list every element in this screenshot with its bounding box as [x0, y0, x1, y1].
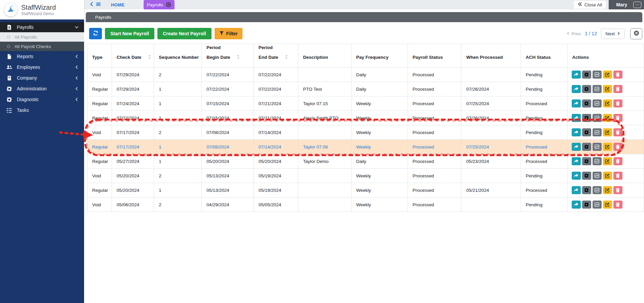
- report-chart-button[interactable]: [593, 201, 602, 209]
- settings-button[interactable]: [582, 71, 591, 79]
- forward-button[interactable]: [572, 114, 581, 122]
- column-header-type: Type: [87, 44, 112, 68]
- table-cell: 07/25/2024: [461, 140, 521, 154]
- report-chart-button[interactable]: [593, 143, 602, 151]
- edit-button[interactable]: [603, 186, 612, 194]
- column-header-period-end-date[interactable]: PeriodEnd Date: [254, 44, 298, 68]
- forward-icon: [574, 130, 578, 135]
- sidebar-item-company[interactable]: Company: [0, 73, 84, 83]
- sidebar-item-employees[interactable]: Employees: [0, 62, 84, 73]
- trash-icon: [615, 188, 620, 192]
- settings-button[interactable]: [582, 128, 591, 136]
- delete-button[interactable]: [613, 114, 622, 122]
- edit-button[interactable]: [603, 201, 612, 209]
- hamburger-menu-icon[interactable]: [96, 2, 101, 8]
- refresh-button[interactable]: [89, 28, 102, 39]
- table-cell: [298, 68, 351, 82]
- pagination: Prev 1 / 12 Next: [566, 28, 642, 39]
- edit-button[interactable]: [603, 114, 612, 122]
- sidebar-item-tasks[interactable]: Tasks: [0, 105, 84, 116]
- edit-button[interactable]: [603, 85, 612, 93]
- report-chart-button[interactable]: [593, 71, 602, 79]
- start-new-payroll-button[interactable]: Start New Payroll: [105, 28, 154, 39]
- home-link[interactable]: HOME: [111, 2, 125, 7]
- table-cell: 07/14/2024: [254, 140, 298, 154]
- report-chart-button[interactable]: [593, 157, 602, 165]
- forward-button[interactable]: [572, 186, 581, 194]
- table-cell: 05/20/2024: [254, 154, 298, 169]
- delete-button[interactable]: [613, 172, 622, 180]
- column-header-sequence-number: Sequence Number: [154, 44, 202, 68]
- sidebar-item-payrolls[interactable]: $Payrolls: [0, 22, 84, 32]
- delete-button[interactable]: [613, 143, 622, 151]
- settings-button[interactable]: [582, 143, 591, 151]
- next-page-button[interactable]: Next: [601, 29, 625, 39]
- table-cell: Daily: [351, 68, 408, 82]
- gear-icon: [584, 72, 589, 77]
- grid-close-button[interactable]: [630, 28, 642, 39]
- delete-button[interactable]: [613, 85, 622, 93]
- forward-button[interactable]: [572, 128, 581, 136]
- close-all-button[interactable]: Close All: [573, 0, 607, 9]
- report-chart-button[interactable]: [593, 186, 602, 194]
- settings-button[interactable]: [582, 201, 591, 209]
- report-chart-button[interactable]: [593, 99, 602, 107]
- delete-button[interactable]: [613, 201, 622, 209]
- edit-button[interactable]: [603, 128, 612, 136]
- user-box: Mary ...: [609, 0, 644, 9]
- delete-button[interactable]: [613, 186, 622, 194]
- edit-button[interactable]: [603, 71, 612, 79]
- chart-icon: [595, 188, 599, 192]
- settings-button[interactable]: [582, 99, 591, 107]
- table-row: Regular07/22/2024107/15/202407/21/2024Al…: [87, 111, 644, 125]
- forward-button[interactable]: [572, 99, 581, 107]
- forward-button[interactable]: [572, 172, 581, 180]
- delete-button[interactable]: [613, 128, 622, 136]
- settings-button[interactable]: [582, 114, 591, 122]
- edit-button[interactable]: [603, 157, 612, 165]
- sidebar-item-all-payrolls[interactable]: All Payrolls: [0, 32, 84, 42]
- sidebar-item-label: Diagnostic: [17, 97, 39, 102]
- filter-button[interactable]: Filter: [215, 28, 242, 39]
- edit-button[interactable]: [603, 172, 612, 180]
- table-row-highlighted: Regular07/17/2024107/08/202407/14/2024Ta…: [87, 140, 644, 154]
- table-cell: 07/14/2024: [254, 125, 298, 140]
- chevron-left-icon: [75, 97, 79, 101]
- table-cell: Void: [87, 68, 112, 82]
- sidebar-item-all-payroll-checks[interactable]: All Payroll Checks: [0, 42, 84, 51]
- table-cell: [298, 198, 351, 212]
- forward-button[interactable]: [572, 157, 581, 165]
- forward-button[interactable]: [572, 85, 581, 93]
- edit-button[interactable]: [603, 99, 612, 107]
- prev-page-button[interactable]: Prev: [566, 31, 581, 36]
- trash-icon: [615, 72, 620, 77]
- forward-button[interactable]: [572, 143, 581, 151]
- table-cell: Weekly: [351, 198, 408, 212]
- sidebar-item-label: Payrolls: [17, 25, 34, 30]
- delete-button[interactable]: [613, 157, 622, 165]
- delete-button[interactable]: [613, 99, 622, 107]
- sidebar-item-diagnostic[interactable]: Diagnostic: [0, 94, 84, 105]
- sidebar-collapse-icon[interactable]: [89, 2, 94, 8]
- column-header-check-date[interactable]: Check Date: [112, 44, 154, 68]
- report-chart-button[interactable]: [593, 85, 602, 93]
- forward-button[interactable]: [572, 71, 581, 79]
- tab-close-icon[interactable]: [166, 2, 171, 7]
- forward-button[interactable]: [572, 201, 581, 209]
- settings-button[interactable]: [582, 157, 591, 165]
- forward-icon: [574, 144, 578, 149]
- sidebar-item-reports[interactable]: Reports: [0, 51, 84, 62]
- report-chart-button[interactable]: [593, 128, 602, 136]
- column-header-period-begin-date[interactable]: PeriodBegin Date: [201, 44, 254, 68]
- report-chart-button[interactable]: [593, 114, 602, 122]
- report-chart-button[interactable]: [593, 172, 602, 180]
- tab-payrolls[interactable]: Payrolls: [144, 0, 175, 9]
- create-next-payroll-button[interactable]: Create Next Payroll: [157, 28, 211, 39]
- user-menu-button[interactable]: ...: [633, 2, 641, 8]
- settings-button[interactable]: [582, 172, 591, 180]
- edit-button[interactable]: [603, 143, 612, 151]
- sidebar-item-administration[interactable]: Administration: [0, 83, 84, 94]
- settings-button[interactable]: [582, 85, 591, 93]
- settings-button[interactable]: [582, 186, 591, 194]
- delete-button[interactable]: [613, 71, 622, 79]
